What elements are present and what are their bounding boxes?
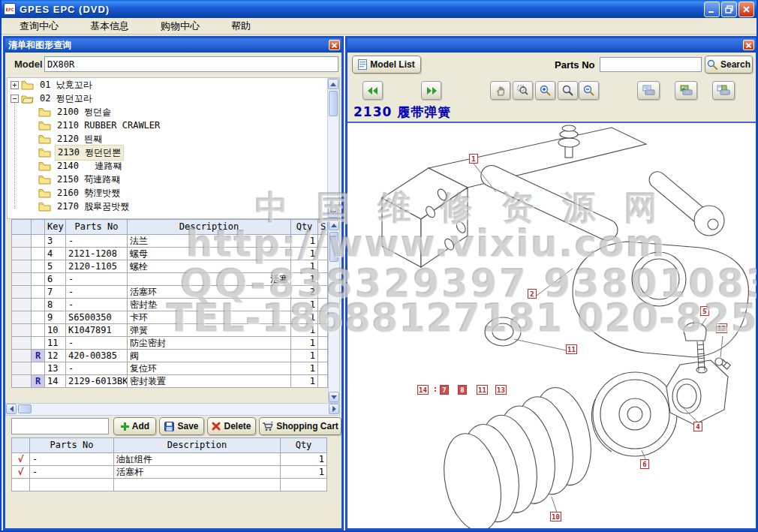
scroll-down-button[interactable] (329, 392, 339, 402)
table-row[interactable]: 42121-1208螺母1 (12, 248, 328, 260)
r-badge: R (32, 375, 45, 388)
printer-all-icon (717, 85, 730, 96)
callout-2[interactable]: 2 (528, 289, 537, 299)
table-row[interactable]: 52120-1105螺栓1 (12, 260, 328, 273)
tree-item[interactable]: 2140 連路쨰 (8, 159, 339, 173)
tree-vscrollbar[interactable] (327, 78, 339, 218)
close-icon (745, 42, 752, 49)
tree-item[interactable]: 2160 勢浬밧쨌 (8, 186, 339, 200)
shopping-cart-button[interactable]: Shopping Cart (259, 417, 341, 435)
restore-button[interactable] (721, 2, 737, 17)
callout-11[interactable]: 11 (566, 344, 577, 354)
tree-item-label: 쩡던던뽄 (85, 147, 121, 158)
table-row[interactable]: 13-复位环1 (12, 362, 328, 375)
zoom-window-icon (517, 85, 528, 96)
parts-quick-input[interactable] (11, 418, 109, 434)
tree-item[interactable]: 2110 RUBBER CRAWLER (8, 119, 339, 132)
cart-row[interactable]: √-活塞杆1 (12, 466, 327, 479)
folder-icon (38, 134, 51, 144)
tree-item[interactable]: 02 쩡던꼬라 (8, 92, 339, 105)
scroll-up-button[interactable] (328, 79, 338, 89)
scroll-thumb[interactable] (329, 232, 338, 262)
zoom-window-button[interactable] (513, 81, 533, 100)
callout-12[interactable]: 12 (716, 323, 727, 333)
right-close-button[interactable] (743, 40, 754, 50)
callout-6[interactable]: 6 (640, 459, 649, 469)
minimize-button[interactable] (704, 2, 720, 17)
zoom-out-button[interactable] (579, 81, 599, 100)
print-list-button[interactable] (637, 81, 660, 100)
table-row[interactable]: R142129-6013BKT密封装置1 (12, 375, 328, 388)
floppy-icon (164, 422, 174, 431)
callout-row-11[interactable]: 11 (477, 385, 488, 395)
scroll-down-button[interactable] (328, 207, 338, 218)
scroll-thumb[interactable] (329, 91, 338, 116)
callout-4[interactable]: 4 (693, 422, 702, 431)
pan-button[interactable] (490, 81, 510, 100)
model-list-button[interactable]: Model List (352, 56, 421, 74)
left-close-button[interactable] (329, 40, 340, 50)
print-image-button[interactable] (675, 81, 697, 100)
window-title: GPES EPC (DVD) (20, 4, 110, 15)
tree-item[interactable]: 2150 苟連路쨰 (8, 173, 339, 186)
arrow-down-icon (331, 395, 337, 399)
table-row[interactable]: 7-活塞环2 (12, 286, 328, 299)
tree-item[interactable]: 2170 股皐꿈밧쨌 (8, 200, 339, 213)
tree-item-code: 2160 (57, 188, 79, 198)
app-icon: EPC (4, 3, 16, 15)
callout-1[interactable]: 1 (469, 154, 478, 164)
add-button[interactable]: Add (113, 417, 156, 435)
scroll-up-button[interactable] (329, 220, 339, 230)
table-row[interactable]: 3-法兰1 (12, 235, 328, 248)
model-input[interactable] (44, 56, 338, 72)
table-row[interactable]: R12420-00385阀1 (12, 350, 328, 362)
collapse-icon[interactable] (11, 95, 19, 103)
next-page-button[interactable] (421, 81, 441, 100)
cart-row[interactable]: √-油缸组件1 (12, 453, 327, 466)
callout-10[interactable]: 10 (550, 512, 561, 521)
tree-item[interactable]: 2100 쩡던솥 (8, 105, 339, 119)
shopping-cart-label: Shopping Cart (276, 421, 338, 431)
table-row[interactable]: 11-防尘密封1 (12, 337, 328, 350)
callout-5[interactable]: 5 (700, 306, 709, 316)
folder-icon (38, 161, 51, 171)
hscrollbar[interactable] (5, 403, 340, 416)
table-vscrollbar[interactable] (328, 219, 340, 403)
callout-row-8[interactable]: 8 (458, 385, 467, 395)
table-row[interactable]: 8-密封垫1 (12, 299, 328, 311)
next-icon (426, 87, 437, 95)
menu-item-shopping-center[interactable]: 购物中心 (153, 18, 207, 35)
column-header-description: Description (114, 438, 281, 453)
table-row[interactable]: 9S6500350卡环1 (12, 311, 328, 324)
cart-row[interactable] (12, 479, 327, 491)
menu-item-help[interactable]: 帮助 (224, 18, 258, 35)
zoom-reset-button[interactable] (558, 81, 578, 100)
table-row[interactable]: 10K1047891弹簧1 (12, 324, 328, 337)
save-button[interactable]: Save (159, 417, 204, 435)
menu-item-basic-info[interactable]: 基本信息 (83, 18, 137, 35)
prev-page-button[interactable] (362, 81, 383, 100)
scroll-right-button[interactable] (329, 404, 339, 414)
callout-row-prefix[interactable]: 14 (417, 385, 429, 395)
close-button[interactable] (738, 2, 754, 17)
expand-icon[interactable] (11, 81, 19, 89)
tree-item[interactable]: 01 났竟꼬라 (8, 78, 339, 92)
parts-no-input[interactable] (600, 57, 702, 72)
callout-row-7[interactable]: 7 (440, 385, 449, 395)
scroll-thumb[interactable] (18, 404, 32, 413)
delete-button[interactable]: Delete (207, 417, 256, 435)
tree-item[interactable]: 2120 띈째 (8, 132, 339, 146)
table-row[interactable]: 6-活塞1 (12, 273, 328, 286)
callout-row-13[interactable]: 13 (495, 385, 507, 395)
tree-item-code: 2170 (57, 201, 79, 212)
plus-icon (120, 422, 129, 431)
zoom-in-button[interactable] (535, 81, 555, 100)
search-button[interactable]: Search (705, 56, 753, 74)
menu-item-query-center[interactable]: 查询中心 (12, 18, 66, 35)
print-all-button[interactable] (712, 81, 735, 100)
tree-item-selected[interactable]: 2130 쩡던던뽄 (8, 146, 339, 159)
scroll-left-button[interactable] (6, 404, 17, 414)
restore-icon (725, 5, 733, 14)
column-header-qty: Qty (281, 438, 327, 453)
tree-item-label: 股皐꿈밧쨌 (84, 201, 129, 212)
